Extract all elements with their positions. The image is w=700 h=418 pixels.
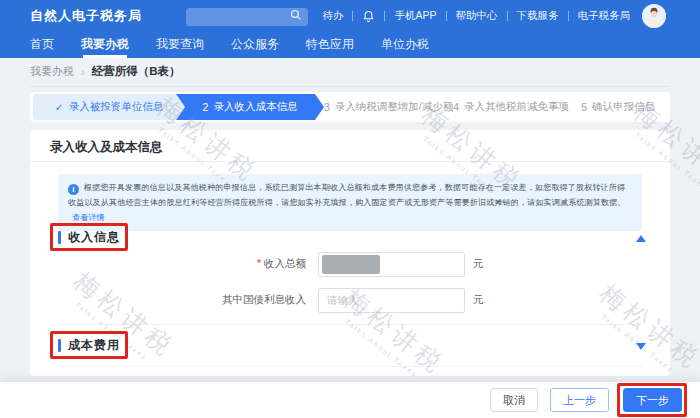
nav-item-tax-handling[interactable]: 我要办税 (81, 32, 129, 58)
required-mark: * (257, 257, 261, 269)
app-title: 自然人电子税务局 (30, 7, 142, 25)
search-box (186, 6, 308, 26)
step-5-confirm: 5 确认申报信息 (569, 94, 667, 120)
step-label: 确认申报信息 (592, 100, 655, 114)
total-income-field[interactable] (318, 252, 465, 277)
check-icon: ✓ (55, 101, 64, 113)
step-label: 录入收入成本信息 (213, 100, 297, 114)
download-service-link[interactable]: 下载服务 (517, 9, 559, 23)
nav-item-unit-tax[interactable]: 单位办税 (381, 32, 429, 58)
breadcrumb-parent[interactable]: 我要办税 (30, 64, 74, 79)
expand-arrow-icon[interactable] (636, 343, 646, 350)
nav-item-home[interactable]: 首页 (30, 32, 54, 58)
divider (58, 366, 642, 367)
todo-link[interactable]: 待办 (322, 9, 343, 23)
step-number: 2 (203, 101, 209, 113)
step-number: 3 (324, 101, 330, 113)
main-nav: 首页 我要办税 我要查询 公众服务 特色应用 单位办税 (0, 32, 700, 58)
income-cost-form-card: 录入收入及成本信息 i根据您开具发票的信息以及其他税种的申报信息，系统已测算出本… (30, 130, 670, 376)
cancel-button[interactable]: 取消 (490, 388, 538, 412)
help-center-link[interactable]: 帮助中心 (456, 9, 498, 23)
breadcrumb: 我要办税 › 经营所得（B表） (30, 64, 180, 79)
nav-item-inquiry[interactable]: 我要查询 (156, 32, 204, 58)
natural-person-etax-page: 自然人电子税务局 待办 手机APP 帮助中心 下载服务 电子税务局 (0, 0, 700, 418)
income-section-title: 收入信息 (68, 229, 120, 246)
next-step-button[interactable]: 下一步 (623, 388, 682, 412)
divider (30, 86, 670, 87)
section-accent-bar (58, 339, 61, 352)
next-step-wrap: 下一步 (623, 388, 682, 412)
collapse-arrow-icon[interactable] (636, 235, 646, 242)
treasury-interest-input[interactable] (318, 288, 465, 313)
step-indicator: ✓ 录入被投资单位信息 2 录入收入成本信息 3 录入纳税调整增加/减少额 4 … (30, 92, 670, 122)
divider (352, 11, 353, 21)
step-label: 录入其他税前减免事项 (464, 100, 569, 114)
notice-text: 根据您开具发票的信息以及其他税种的申报信息，系统已测算出本期收入总额和成本费用供… (68, 183, 626, 207)
unit-label: 元 (473, 293, 484, 307)
step-number: 4 (453, 101, 459, 113)
total-income-row: *收入总额 元 (30, 251, 670, 277)
divider (384, 11, 385, 21)
search-icon[interactable] (290, 9, 302, 21)
app-header: 自然人电子税务局 待办 手机APP 帮助中心 下载服务 电子税务局 (0, 0, 700, 32)
breadcrumb-separator: › (81, 66, 85, 78)
treasury-interest-label: 其中国债利息收入 (30, 293, 306, 307)
user-avatar[interactable] (642, 4, 666, 28)
nav-item-featured-apps[interactable]: 特色应用 (306, 32, 354, 58)
divider (30, 161, 670, 162)
action-footer: 取消 上一步 下一步 (0, 382, 700, 418)
page-title: 录入收入及成本信息 (50, 139, 163, 156)
header-right: 待办 手机APP 帮助中心 下载服务 电子税务局 (186, 4, 666, 28)
breadcrumb-current: 经营所得（B表） (92, 64, 181, 79)
cost-section-header: 成本费用 (58, 337, 120, 353)
divider (446, 11, 447, 21)
total-income-label: *收入总额 (30, 257, 306, 271)
bell-icon[interactable] (362, 10, 375, 23)
nav-item-public-service[interactable]: 公众服务 (231, 32, 279, 58)
step-3-tax-adjustment: 3 录入纳税调整增加/减少额 (324, 94, 453, 120)
mobile-app-link[interactable]: 手机APP (394, 9, 436, 23)
income-section-header: 收入信息 (58, 229, 120, 245)
step-4-pretax-deduction: 4 录入其他税前减免事项 (453, 94, 569, 120)
step-label: 录入被投资单位信息 (69, 100, 164, 114)
section-accent-bar (58, 231, 61, 244)
cost-section-title: 成本费用 (68, 337, 120, 354)
step-2-income-cost: 2 录入收入成本信息 (176, 94, 324, 120)
divider (507, 11, 508, 21)
divider (58, 324, 642, 325)
notice-banner: i根据您开具发票的信息以及其他税种的申报信息，系统已测算出本期收入总额和成本费用… (58, 174, 642, 231)
prev-step-button[interactable]: 上一步 (550, 388, 609, 412)
etax-bureau-link[interactable]: 电子税务局 (578, 9, 631, 23)
info-icon: i (68, 184, 79, 195)
redacted-value (322, 255, 380, 274)
step-number: 5 (581, 101, 587, 113)
unit-label: 元 (473, 257, 484, 271)
view-details-link[interactable]: 查看详情 (72, 213, 105, 222)
step-label: 录入纳税调整增加/减少额 (335, 100, 453, 114)
treasury-interest-row: 其中国债利息收入 元 (30, 287, 670, 313)
step-1-investee-info: ✓ 录入被投资单位信息 (33, 94, 185, 120)
divider (568, 11, 569, 21)
